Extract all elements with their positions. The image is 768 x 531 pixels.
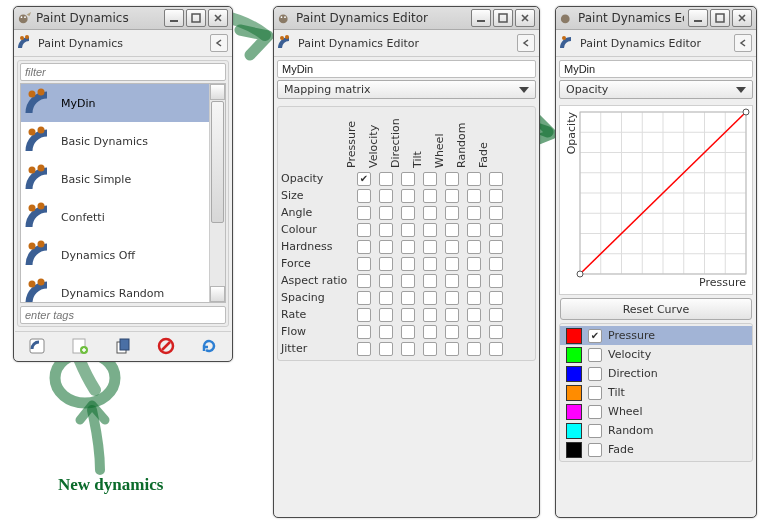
channel-checkbox[interactable] — [588, 348, 602, 362]
matrix-checkbox[interactable] — [419, 257, 441, 271]
titlebar[interactable]: Paint Dynamics — [14, 7, 232, 30]
matrix-checkbox[interactable] — [463, 291, 485, 305]
matrix-checkbox[interactable] — [375, 240, 397, 254]
channel-row[interactable]: Random — [560, 421, 752, 440]
matrix-checkbox[interactable] — [485, 291, 507, 305]
matrix-checkbox[interactable] — [397, 342, 419, 356]
matrix-checkbox[interactable] — [419, 189, 441, 203]
close-button[interactable] — [732, 9, 752, 27]
matrix-checkbox[interactable] — [419, 308, 441, 322]
matrix-checkbox[interactable] — [441, 291, 463, 305]
matrix-checkbox[interactable] — [375, 189, 397, 203]
matrix-checkbox[interactable] — [419, 172, 441, 186]
matrix-checkbox[interactable] — [397, 291, 419, 305]
matrix-checkbox[interactable] — [419, 240, 441, 254]
matrix-checkbox[interactable] — [419, 291, 441, 305]
matrix-checkbox[interactable] — [397, 189, 419, 203]
dock-menu-button[interactable] — [517, 34, 535, 52]
matrix-checkbox[interactable] — [485, 240, 507, 254]
titlebar[interactable]: Paint Dynamics Editor — [274, 7, 539, 30]
tags-input[interactable] — [20, 306, 226, 324]
matrix-checkbox[interactable] — [463, 257, 485, 271]
matrix-checkbox[interactable] — [419, 325, 441, 339]
new-dynamics-button[interactable] — [66, 335, 94, 357]
channel-checkbox[interactable] — [588, 443, 602, 457]
matrix-checkbox[interactable] — [441, 172, 463, 186]
channel-checkbox[interactable] — [588, 405, 602, 419]
channel-checkbox[interactable] — [588, 329, 602, 343]
matrix-checkbox[interactable] — [441, 274, 463, 288]
matrix-checkbox[interactable] — [441, 240, 463, 254]
filter-input[interactable] — [20, 63, 226, 81]
duplicate-dynamics-button[interactable] — [109, 335, 137, 357]
matrix-checkbox[interactable] — [463, 274, 485, 288]
matrix-checkbox[interactable] — [353, 206, 375, 220]
matrix-checkbox[interactable] — [353, 308, 375, 322]
matrix-checkbox[interactable] — [463, 172, 485, 186]
list-item[interactable]: Confetti — [21, 198, 225, 236]
matrix-checkbox[interactable] — [353, 240, 375, 254]
scroll-down-button[interactable] — [210, 286, 225, 302]
matrix-checkbox[interactable] — [397, 223, 419, 237]
maximize-button[interactable] — [710, 9, 730, 27]
matrix-checkbox[interactable] — [463, 342, 485, 356]
channel-checkbox[interactable] — [588, 367, 602, 381]
matrix-checkbox[interactable] — [353, 223, 375, 237]
maximize-button[interactable] — [186, 9, 206, 27]
matrix-checkbox[interactable] — [375, 206, 397, 220]
matrix-checkbox[interactable] — [441, 257, 463, 271]
channel-checkbox[interactable] — [588, 386, 602, 400]
matrix-checkbox[interactable] — [441, 206, 463, 220]
matrix-checkbox[interactable] — [375, 342, 397, 356]
list-item[interactable]: Dynamics Off — [21, 236, 225, 274]
refresh-dynamics-button[interactable] — [195, 335, 223, 357]
titlebar[interactable]: Paint Dynamics Editor — [556, 7, 756, 30]
matrix-checkbox[interactable] — [463, 206, 485, 220]
output-combo[interactable]: Opacity — [559, 80, 753, 99]
matrix-checkbox[interactable] — [397, 206, 419, 220]
list-item[interactable]: Basic Simple — [21, 160, 225, 198]
matrix-checkbox[interactable] — [485, 257, 507, 271]
matrix-checkbox[interactable] — [397, 257, 419, 271]
channel-checkbox[interactable] — [588, 424, 602, 438]
matrix-checkbox[interactable] — [485, 189, 507, 203]
dynamics-name-input[interactable] — [277, 60, 536, 78]
matrix-checkbox[interactable] — [419, 206, 441, 220]
matrix-checkbox[interactable] — [419, 223, 441, 237]
channel-row[interactable]: Pressure — [560, 326, 752, 345]
scrollbar[interactable] — [209, 84, 225, 302]
channel-row[interactable]: Fade — [560, 440, 752, 459]
matrix-checkbox[interactable] — [485, 223, 507, 237]
channel-row[interactable]: Velocity — [560, 345, 752, 364]
matrix-checkbox[interactable] — [485, 172, 507, 186]
matrix-checkbox[interactable] — [353, 257, 375, 271]
minimize-button[interactable] — [471, 9, 491, 27]
matrix-checkbox[interactable] — [419, 274, 441, 288]
matrix-checkbox[interactable] — [463, 308, 485, 322]
matrix-checkbox[interactable] — [485, 325, 507, 339]
dock-menu-button[interactable] — [210, 34, 228, 52]
minimize-button[interactable] — [164, 9, 184, 27]
delete-dynamics-button[interactable] — [152, 335, 180, 357]
minimize-button[interactable] — [688, 9, 708, 27]
list-item[interactable]: MyDin — [21, 84, 225, 122]
channel-row[interactable]: Direction — [560, 364, 752, 383]
matrix-checkbox[interactable] — [485, 206, 507, 220]
matrix-checkbox[interactable] — [353, 274, 375, 288]
close-button[interactable] — [515, 9, 535, 27]
reset-curve-button[interactable]: Reset Curve — [560, 298, 752, 320]
matrix-checkbox[interactable] — [375, 172, 397, 186]
matrix-checkbox[interactable] — [375, 257, 397, 271]
matrix-checkbox[interactable] — [375, 291, 397, 305]
matrix-checkbox[interactable] — [353, 172, 375, 186]
matrix-checkbox[interactable] — [375, 223, 397, 237]
matrix-checkbox[interactable] — [353, 291, 375, 305]
scroll-up-button[interactable] — [210, 84, 225, 100]
matrix-checkbox[interactable] — [485, 342, 507, 356]
matrix-checkbox[interactable] — [397, 172, 419, 186]
list-item[interactable]: Dynamics Random — [21, 274, 225, 303]
edit-dynamics-button[interactable] — [23, 335, 51, 357]
list-item[interactable]: Basic Dynamics — [21, 122, 225, 160]
matrix-checkbox[interactable] — [441, 342, 463, 356]
matrix-checkbox[interactable] — [441, 223, 463, 237]
